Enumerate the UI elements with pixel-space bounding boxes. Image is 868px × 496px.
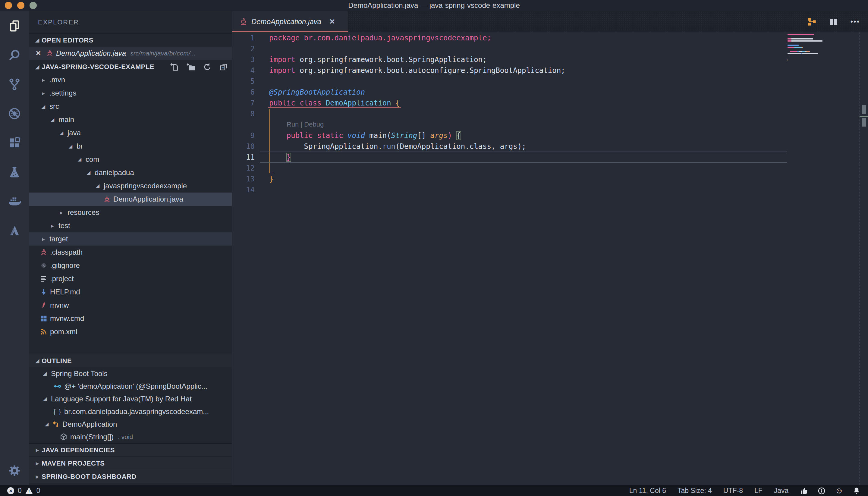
bell-icon[interactable] [852, 487, 861, 495]
tree-item-br[interactable]: br [29, 140, 232, 153]
extensions-activity-button[interactable] [0, 128, 29, 157]
search-activity-button[interactable] [0, 41, 29, 69]
section-spring-boot-dashboard[interactable]: SPRING-BOOT DASHBOARD [29, 470, 232, 483]
outline-item-demoapplication-bean[interactable]: @+ 'demoApplication' (@SpringBootApplic.… [29, 380, 232, 393]
problems-status[interactable]: 0 0 [7, 487, 41, 495]
open-editors-header[interactable]: OPEN EDITORS [29, 33, 232, 47]
open-editor-item[interactable]: DemoApplication.java src/main/java/br/co… [29, 47, 232, 60]
info-icon[interactable] [817, 487, 826, 495]
tab-size-status[interactable]: Tab Size: 4 [678, 487, 712, 495]
tree-item-com[interactable]: com [29, 153, 232, 166]
section-java-dependencies[interactable]: JAVA DEPENDENCIES [29, 443, 232, 456]
split-editor-button[interactable] [829, 17, 838, 27]
tree-item-test[interactable]: test [29, 219, 232, 232]
eol-status[interactable]: LF [754, 487, 762, 495]
section-maven-projects[interactable]: MAVEN PROJECTS [29, 456, 232, 470]
refresh-button[interactable] [199, 62, 216, 72]
outline-item-spring-boot-tools[interactable]: Spring Boot Tools [29, 367, 232, 380]
tree-item-resources[interactable]: resources [29, 206, 232, 219]
chevron-expanded-icon [93, 183, 102, 189]
outline-item-main-method[interactable]: main(String[]) : void [29, 431, 232, 443]
chevron-collapsed-icon [33, 460, 42, 467]
java-file-icon [103, 195, 111, 203]
code-editor[interactable]: 1package br.com.danielpadua.javaspringvs… [232, 32, 868, 485]
search-icon [8, 48, 21, 62]
feedback-smiley-icon[interactable]: ☺ [835, 486, 843, 495]
chevron-expanded-icon [33, 358, 42, 364]
tree-item-help-md[interactable]: HELP.md [29, 285, 232, 299]
overview-marker [862, 118, 866, 127]
chevron-expanded-icon [39, 104, 48, 109]
chevron-expanded-icon [41, 371, 49, 376]
new-folder-button[interactable] [183, 62, 199, 72]
codelens-run-debug[interactable]: Run | Debug [232, 119, 868, 130]
code-line: 7public class DemoApplication { [232, 98, 868, 108]
outline-section-header[interactable]: OUTLINE [29, 354, 232, 367]
markdown-down-arrow-icon [39, 288, 48, 296]
chevron-collapsed-icon [39, 236, 48, 243]
chevron-collapsed-icon [48, 222, 57, 229]
close-icon[interactable] [329, 17, 335, 26]
error-count: 0 [18, 487, 22, 495]
chevron-collapsed-icon [39, 77, 48, 83]
run-branch-icon-button[interactable] [807, 17, 817, 27]
tree-item-mvnw-cmd[interactable]: mvnw.cmd [29, 312, 232, 325]
code-line: 14 [232, 184, 868, 195]
chevron-expanded-icon [75, 157, 84, 162]
code-line: 6@SpringBootApplication [232, 87, 868, 98]
tree-item-mvn[interactable]: .mvn [29, 73, 232, 87]
encoding-status[interactable]: UTF-8 [723, 487, 743, 495]
git-branch-icon [8, 78, 21, 91]
new-file-button[interactable] [167, 62, 183, 72]
tab-demoapplication-java[interactable]: DemoApplication.java [232, 11, 348, 32]
warning-count: 0 [36, 487, 41, 495]
settings-button[interactable] [0, 456, 29, 485]
azure-activity-button[interactable] [0, 216, 29, 245]
tree-item-project[interactable]: .project [29, 272, 232, 285]
thumbs-up-icon[interactable] [800, 487, 808, 495]
test-activity-button[interactable] [0, 157, 29, 187]
tree-item-java[interactable]: java [29, 126, 232, 140]
tree-item-demoapplication-java[interactable]: DemoApplication.java [29, 192, 232, 206]
explorer-title: EXPLORER [29, 11, 232, 33]
cursor-position-status[interactable]: Ln 11, Col 6 [629, 487, 666, 495]
collapse-all-button[interactable] [216, 62, 232, 72]
tree-item-src[interactable]: src [29, 100, 232, 113]
explorer-activity-button[interactable] [0, 11, 29, 41]
outline-item-language-support-java[interactable]: Language Support for Java(TM) by Red Hat [29, 393, 232, 405]
tree-item-settings[interactable]: .settings [29, 87, 232, 100]
outline-item-package[interactable]: { } br.com.danielpadua.javaspringvscodee… [29, 405, 232, 418]
debug-activity-button[interactable] [0, 99, 29, 128]
code-line: 3import org.springframework.boot.SpringA… [232, 54, 868, 65]
docker-activity-button[interactable] [0, 187, 29, 216]
docker-whale-icon [7, 195, 21, 208]
language-mode-status[interactable]: Java [774, 487, 789, 495]
chevron-expanded-icon [84, 170, 93, 175]
code-line: 9 public static void main(String[] args)… [232, 130, 868, 141]
close-icon[interactable] [35, 49, 46, 57]
tree-item-main[interactable]: main [29, 113, 232, 126]
overview-current-line-marker [859, 116, 868, 117]
sidebar: EXPLORER OPEN EDITORS DemoApplication.ja… [29, 11, 232, 485]
cube-method-icon [59, 433, 68, 441]
warnings-icon [25, 487, 33, 494]
tree-item-target[interactable]: target [29, 232, 232, 246]
code-line: 8 [232, 108, 868, 119]
minimap[interactable] [788, 34, 858, 64]
more-actions-button[interactable] [851, 18, 860, 26]
outline-item-demoapplication-class[interactable]: DemoApplication [29, 418, 232, 431]
overview-ruler[interactable] [859, 32, 868, 485]
tree-item-javaspringvscodeexample[interactable]: javaspringvscodeexample [29, 179, 232, 192]
tree-item-gitignore[interactable]: .gitignore [29, 259, 232, 272]
braces-icon: { } [53, 408, 62, 416]
tree-item-danielpadua[interactable]: danielpadua [29, 166, 232, 179]
editor-group: DemoApplication.java [232, 11, 868, 485]
code-line: 4import org.springframework.boot.autocon… [232, 65, 868, 76]
source-control-activity-button[interactable] [0, 69, 29, 99]
chevron-expanded-icon [41, 396, 49, 402]
project-section-header[interactable]: JAVA-SPRING-VSCODE-EXAMPLE [29, 60, 232, 73]
code-line: 2 [232, 43, 868, 54]
tree-item-mvnw[interactable]: mvnw [29, 299, 232, 312]
tree-item-pom-xml[interactable]: pom.xml [29, 325, 232, 338]
tree-item-classpath[interactable]: .classpath [29, 246, 232, 259]
